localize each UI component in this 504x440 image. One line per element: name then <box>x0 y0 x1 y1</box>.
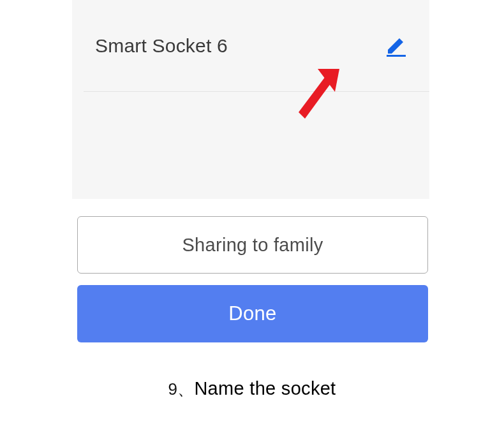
svg-marker-0 <box>388 38 403 54</box>
step-number: 9、 <box>168 379 195 399</box>
done-button[interactable]: Done <box>77 285 428 342</box>
done-button-label: Done <box>228 302 276 325</box>
device-name-row[interactable]: Smart Socket 6 <box>72 0 429 91</box>
edit-button[interactable] <box>385 34 408 57</box>
svg-rect-1 <box>387 55 406 57</box>
share-button-label: Sharing to family <box>182 235 323 256</box>
button-group: Sharing to family Done <box>77 216 428 342</box>
share-button[interactable]: Sharing to family <box>77 216 428 274</box>
step-caption: 9、Name the socket <box>0 378 504 400</box>
device-name-label: Smart Socket 6 <box>95 35 228 57</box>
device-panel: Smart Socket 6 <box>72 0 429 199</box>
pencil-icon <box>385 35 407 57</box>
step-title: Name the socket <box>194 378 336 399</box>
divider <box>84 91 429 92</box>
